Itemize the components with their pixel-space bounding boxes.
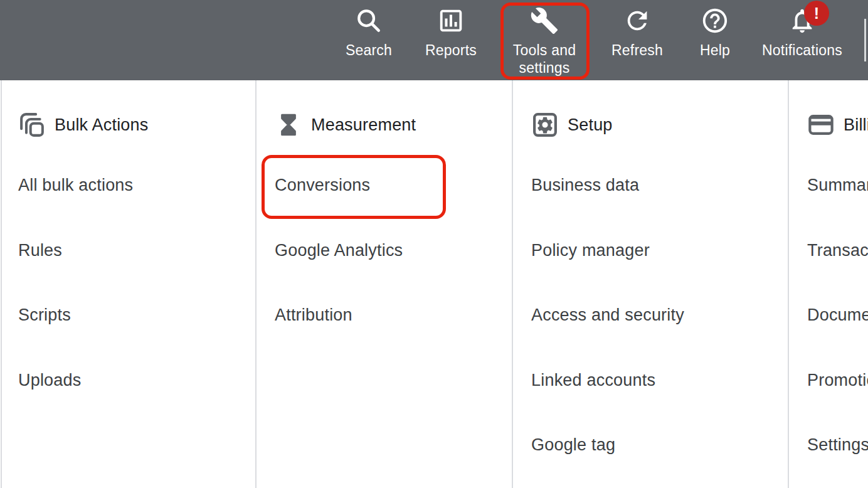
column-title: Billing	[844, 115, 868, 135]
column-title: Measurement	[311, 115, 416, 135]
column-header-measurement: Measurement	[257, 97, 512, 153]
menu-item-label: Conversions	[275, 176, 370, 195]
search-icon	[354, 6, 383, 35]
gear-square-icon	[531, 110, 559, 139]
column-header-setup: Setup	[513, 97, 788, 153]
menu-item-transactions[interactable]: Transactions	[789, 218, 868, 284]
topbar-label-refresh: Refresh	[611, 41, 663, 59]
menu-column-billing: Billing Summary Transactions Documents P…	[789, 80, 868, 488]
menu-item-promotions[interactable]: Promotions	[789, 348, 868, 413]
topbar-item-reports[interactable]: Reports	[425, 6, 477, 59]
refresh-icon	[623, 6, 652, 35]
menu-item-settings[interactable]: Settings	[789, 413, 868, 478]
column-header-bulk-actions: Bulk Actions	[0, 97, 255, 153]
topbar-label-notifications: Notifications	[762, 41, 842, 59]
menu-column-setup: Setup Business data Policy manager Acces…	[513, 80, 788, 488]
menu-item-attribution[interactable]: Attribution	[257, 283, 512, 348]
menu-item-documents[interactable]: Documents	[789, 283, 868, 348]
menu-item-all-bulk-actions[interactable]: All bulk actions	[0, 153, 255, 218]
wrench-icon	[530, 6, 559, 35]
topbar-label-help: Help	[700, 41, 730, 59]
menu-item-google-tag[interactable]: Google tag	[513, 413, 788, 478]
topbar-item-tools-and-settings[interactable]: Tools and settings	[507, 6, 582, 77]
topbar-label-reports: Reports	[425, 41, 477, 59]
menu-item-access-and-security[interactable]: Access and security	[513, 283, 788, 348]
column-title: Bulk Actions	[55, 115, 148, 135]
topbar-item-search[interactable]: Search	[346, 6, 392, 59]
topbar-item-notifications[interactable]: ! Notifications	[762, 6, 842, 59]
menu-item-scripts[interactable]: Scripts	[0, 283, 255, 348]
menu-item-linked-accounts[interactable]: Linked accounts	[513, 348, 788, 413]
topbar-label-tools-and-settings: Tools and settings	[507, 41, 582, 77]
tools-and-settings-menu: Bulk Actions All bulk actions Rules Scri…	[0, 80, 868, 488]
topbar-item-help[interactable]: Help	[700, 6, 730, 59]
menu-item-business-data[interactable]: Business data	[513, 153, 788, 218]
copy-stack-icon	[18, 110, 46, 139]
menu-item-google-analytics[interactable]: Google Analytics	[257, 218, 512, 284]
menu-item-conversions[interactable]: Conversions	[257, 153, 512, 218]
reports-chart-icon	[437, 6, 465, 35]
menu-item-rules[interactable]: Rules	[0, 218, 255, 284]
column-header-billing: Billing	[789, 97, 868, 153]
menu-item-policy-manager[interactable]: Policy manager	[513, 218, 788, 284]
google-ads-tools-menu-screen: Search Reports Tools and settings Refres…	[0, 0, 868, 488]
topbar: Search Reports Tools and settings Refres…	[0, 0, 868, 80]
topbar-edge-divider	[864, 19, 866, 61]
menu-item-uploads[interactable]: Uploads	[0, 348, 255, 413]
menu-column-measurement: Measurement Conversions Google Analytics…	[257, 80, 512, 488]
menu-item-summary[interactable]: Summary	[789, 153, 868, 218]
topbar-item-refresh[interactable]: Refresh	[611, 6, 663, 59]
topbar-label-search: Search	[346, 41, 392, 59]
menu-column-bulk-actions: Bulk Actions All bulk actions Rules Scri…	[0, 80, 255, 488]
credit-card-icon	[807, 110, 835, 139]
help-circle-icon	[701, 6, 729, 35]
notification-badge: !	[804, 1, 829, 26]
column-title: Setup	[568, 115, 613, 135]
hourglass-icon	[274, 110, 303, 139]
